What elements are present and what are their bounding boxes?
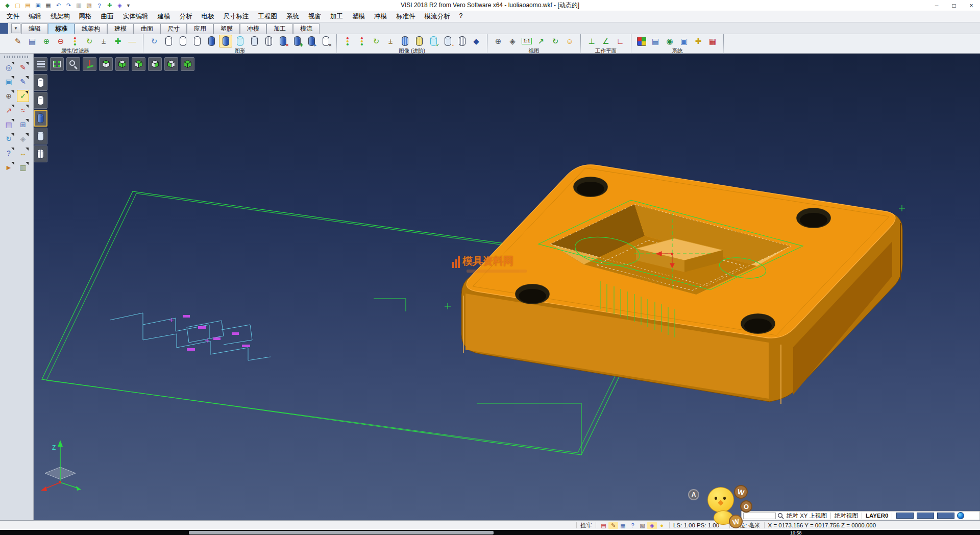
view-front-icon[interactable] [181,57,194,71]
render-toggle-icon[interactable]: ± [384,35,397,47]
sketch-pencil-icon[interactable]: ✎ [17,76,29,88]
flag-icon[interactable]: ► [3,161,15,174]
menu-item[interactable]: 标准件 [391,11,420,22]
verify-cylinder-icon[interactable]: ✓ [427,35,440,47]
toolbar-tab[interactable]: 尺寸 [160,23,187,34]
show-all-icon[interactable]: ✚ [111,35,125,47]
selection-box-icon[interactable]: ▣ [3,76,15,88]
ribbed-cylinder-icon[interactable] [398,35,411,47]
grid-settings-icon[interactable]: ▦ [706,35,719,47]
toolbar-tab[interactable]: 加工 [266,23,293,34]
axis-ucs-icon[interactable] [83,57,96,71]
delete-graphics-icon[interactable]: ✕ [276,35,289,47]
clipboard-icon[interactable]: ▥ [17,161,29,174]
menu-item[interactable]: 模流分析 [420,11,455,22]
menu-item[interactable]: 工程图 [254,11,282,22]
new-file-icon[interactable]: ▢ [13,2,22,10]
toolbar-tab[interactable]: 曲面 [134,23,160,34]
menu-item[interactable]: 视窗 [304,11,326,22]
view-iso-icon[interactable] [132,57,145,71]
add-icon[interactable]: ✚ [105,2,114,10]
menu-item[interactable]: 编辑 [24,11,46,22]
zoom-scale-1-1-icon[interactable]: 1:1 [520,35,533,47]
menu-item[interactable]: 冲模 [370,11,391,22]
save-icon[interactable]: ▣ [34,2,42,10]
view-mode-icon[interactable]: ◈ [115,2,124,10]
zoom-view-icon[interactable] [66,57,80,71]
show-remove-icon[interactable]: ⊖ [54,35,67,47]
snap-pencil-icon[interactable]: ✎ [608,522,618,529]
wireframe-cylinder-icon[interactable] [162,35,175,47]
ghost-cylinder-icon[interactable] [248,35,261,47]
view-left-icon[interactable] [164,57,178,71]
view-top-icon[interactable] [99,57,113,71]
render-traffic-light-2-icon[interactable]: • [355,35,369,47]
display-hidden-line-icon[interactable] [34,92,47,109]
color-palette-icon[interactable] [637,37,646,46]
hatch-cylinder-icon[interactable] [262,35,275,47]
toggle-visibility-icon[interactable]: ± [97,35,110,47]
menu-item[interactable]: 分析 [175,11,197,22]
color-swatch[interactable] [917,513,934,519]
view-mode-label[interactable]: 绝对 XY 上视图 [786,512,828,520]
menu-item[interactable]: ? [455,11,468,22]
view-bottom-icon[interactable] [115,57,129,71]
copy-graphics-icon[interactable]: ✚ [290,35,304,47]
snap-grid-icon[interactable]: ▤ [599,522,608,529]
shading-smiley-icon[interactable]: ☺ [563,35,576,47]
view-right-icon[interactable] [148,57,162,71]
undo-icon[interactable]: ↶ [54,2,63,10]
hidden-line-cylinder-icon[interactable] [176,35,189,47]
zoom-selected-icon[interactable]: ↗ [534,35,548,47]
attributes-icon[interactable]: ▤ [3,118,15,131]
status-help-icon[interactable]: ? [628,522,638,529]
refresh-visibility-icon[interactable]: ↻ [83,35,96,47]
toolbar-tab[interactable]: 应用 [187,23,213,34]
toolbar-tab[interactable]: 标准 [48,23,75,34]
menu-item[interactable]: 塑模 [348,11,370,22]
spline-icon[interactable]: ≈ [17,104,29,116]
refresh-view-icon[interactable]: ↻ [549,35,562,47]
solid-view-cube-icon[interactable]: ◆ [470,35,483,47]
display-wireframe-icon[interactable] [34,74,47,91]
paste-icon[interactable]: ▧ [85,2,93,10]
copy-icon[interactable]: ▥ [75,2,83,10]
snap-bulb-icon[interactable]: ● [657,522,667,529]
regen-icon[interactable]: ↻ [3,133,15,145]
filter-traffic-light-icon[interactable]: • [68,35,82,47]
window-settings-icon[interactable]: ▣ [677,35,691,47]
search-icon[interactable] [777,513,784,519]
absolute-view-label[interactable]: 绝对视图 [834,512,859,520]
tabs-dropdown-icon[interactable]: ▼ [11,23,20,33]
move-graphics-icon[interactable]: ► [305,35,318,47]
measure-icon[interactable]: ↔ [17,147,29,159]
redo-icon[interactable]: ↷ [64,2,73,10]
selection-filter-icon[interactable]: ✚ [692,35,705,47]
open-file-icon[interactable]: ▤ [23,2,32,10]
dashed-cylinder-icon[interactable] [190,35,204,47]
refresh-render-icon[interactable]: ↻ [370,35,383,47]
hide-all-icon[interactable]: — [126,35,139,47]
transparent-cylinder-icon[interactable] [233,35,247,47]
toolbar-grip[interactable] [4,56,29,58]
shaded-cylinder-icon[interactable] [205,35,218,47]
toolbar-tab[interactable]: 冲模 [240,23,266,34]
menu-item[interactable]: 线架构 [46,11,75,22]
striped-cylinder-icon[interactable] [412,35,426,47]
hamburger-menu-icon[interactable] [34,57,47,71]
tagged-cylinder-icon[interactable]: ▪ [441,35,454,47]
zoom-window-view-icon[interactable]: ◈ [506,35,519,47]
snap-cube-icon[interactable]: ◈ [647,522,657,529]
toolbar-tab[interactable]: 建模 [107,23,134,34]
display-hatch-icon[interactable] [34,145,47,162]
workplane-world-icon[interactable]: ⊥ [585,35,598,47]
menu-item[interactable]: 尺寸标注 [219,11,254,22]
scrollbar-thumb[interactable] [189,531,494,534]
ucs-axis-icon[interactable]: ↗ [3,104,15,116]
shaded-edges-cylinder-icon[interactable] [219,35,232,47]
menu-item[interactable]: 曲面 [96,11,118,22]
menu-item[interactable]: 实体编辑 [118,11,153,22]
print-icon[interactable]: ▦ [44,2,53,10]
display-shaded-icon[interactable] [34,110,47,127]
graphics-settings-icon[interactable]: ✕ [319,35,332,47]
